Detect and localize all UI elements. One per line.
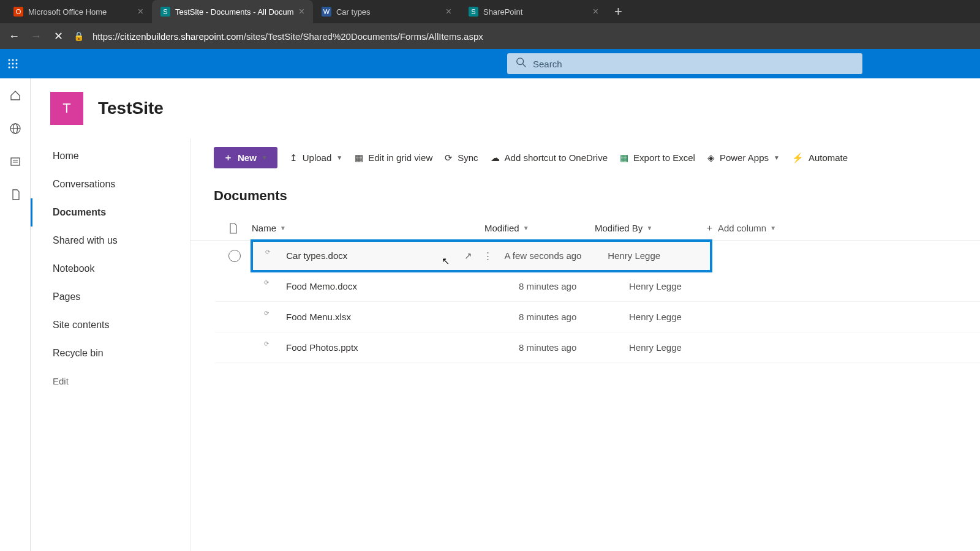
browser-tab-2[interactable]: W Car types × <box>313 0 460 23</box>
close-icon[interactable]: × <box>593 6 598 17</box>
nav-shared-with-us[interactable]: Shared with us <box>31 227 190 255</box>
svg-point-8 <box>16 67 18 69</box>
table-header-row: Name ▼ Modified ▼ Modified By ▼ ＋ <box>190 216 980 241</box>
files-icon[interactable] <box>9 189 21 203</box>
new-button[interactable]: ＋ New ▼ <box>214 147 277 168</box>
svg-point-7 <box>12 67 14 69</box>
search-box[interactable] <box>507 53 862 74</box>
globe-icon[interactable] <box>9 122 21 137</box>
svg-line-10 <box>523 64 526 67</box>
modified-cell: 8 minutes ago <box>519 312 629 322</box>
column-modified-by-label: Modified By <box>595 223 643 233</box>
chevron-down-icon: ▼ <box>336 154 342 161</box>
nav-notebook[interactable]: Notebook <box>31 255 190 283</box>
table-row[interactable]: ⟳ Food Photos.pptx 8 minutes ago Henry L… <box>215 332 980 363</box>
chevron-down-icon: ▼ <box>770 225 776 231</box>
tab-label: Car types <box>336 7 371 17</box>
browser-tab-1[interactable]: S TestSite - Documents - All Docum × <box>152 0 313 23</box>
file-name[interactable]: Food Memo.docx <box>286 281 519 291</box>
upload-button[interactable]: ↥ Upload ▼ <box>290 152 342 163</box>
nav-site-contents[interactable]: Site contents <box>31 311 190 339</box>
nav-edit-link[interactable]: Edit <box>31 367 190 395</box>
new-tab-button[interactable]: + <box>607 4 630 20</box>
svg-point-6 <box>9 67 10 69</box>
app-rail <box>0 78 31 551</box>
automate-icon: ⚡ <box>792 152 804 163</box>
nav-home[interactable]: Home <box>31 142 190 170</box>
sync-button[interactable]: ⟳ Sync <box>445 152 478 163</box>
forward-button[interactable]: → <box>29 30 43 43</box>
automate-label: Automate <box>809 152 848 163</box>
file-name-text: Food Memo.docx <box>286 281 357 291</box>
onedrive-icon: ☁ <box>491 152 500 163</box>
content-area: T TestSite Home Conversations Documents … <box>31 78 980 551</box>
more-icon[interactable]: ⋮ <box>483 250 492 261</box>
upload-icon: ↥ <box>290 152 298 163</box>
select-circle-icon <box>228 250 241 262</box>
svg-point-3 <box>9 63 10 65</box>
edit-grid-button[interactable]: ▦ Edit in grid view <box>355 152 432 163</box>
site-title[interactable]: TestSite <box>98 99 164 118</box>
office-icon: O <box>13 7 23 17</box>
column-modified[interactable]: Modified ▼ <box>484 223 595 233</box>
nav-recycle-bin[interactable]: Recycle bin <box>31 339 190 367</box>
row-select[interactable] <box>215 250 254 262</box>
url-prefix: https:// <box>92 31 120 42</box>
shortcut-label: Add shortcut to OneDrive <box>505 152 608 163</box>
nav-documents[interactable]: Documents <box>31 198 190 227</box>
file-name-text: Car types.docx <box>286 250 347 261</box>
browser-chrome: O Microsoft Office Home × S TestSite - D… <box>0 0 980 49</box>
browser-tab-0[interactable]: O Microsoft Office Home × <box>5 0 152 23</box>
shortcut-button[interactable]: ☁ Add shortcut to OneDrive <box>491 152 608 163</box>
modified-by-cell: Henry Legge <box>608 250 711 261</box>
table-rows: ⟳ Car types.docx ↗ ⋮ A few seconds ago H… <box>190 241 980 363</box>
column-name[interactable]: Name ▼ <box>252 223 484 233</box>
file-name[interactable]: Car types.docx ↗ ⋮ <box>286 250 504 261</box>
search-input[interactable] <box>533 59 854 69</box>
column-name-label: Name <box>252 223 276 233</box>
powerapps-icon: ◈ <box>707 152 715 163</box>
site-logo[interactable]: T <box>50 92 83 125</box>
home-icon[interactable] <box>9 89 21 104</box>
table-row[interactable]: ⟳ Car types.docx ↗ ⋮ A few seconds ago H… <box>252 241 711 271</box>
powerapps-button[interactable]: ◈ Power Apps ▼ <box>707 152 780 163</box>
upload-label: Upload <box>303 152 332 163</box>
close-icon[interactable]: × <box>138 6 143 17</box>
table-row[interactable]: ⟳ Food Menu.xlsx 8 minutes ago Henry Leg… <box>215 302 980 332</box>
file-name[interactable]: Food Photos.pptx <box>286 342 519 353</box>
sharepoint-icon: S <box>469 7 478 17</box>
tab-label: TestSite - Documents - All Docum <box>175 7 294 17</box>
back-button[interactable]: ← <box>7 30 21 43</box>
sharepoint-icon: S <box>160 7 170 17</box>
loading-icon: ⟳ <box>265 249 270 255</box>
add-column-label: Add column <box>718 223 766 233</box>
export-button[interactable]: ▦ Export to Excel <box>620 152 695 163</box>
file-type-icon: ⟳ <box>254 252 287 259</box>
loading-icon: ⟳ <box>264 340 269 347</box>
automate-button[interactable]: ⚡ Automate <box>792 152 848 163</box>
grid-icon: ▦ <box>355 152 363 163</box>
plus-icon: ＋ <box>224 152 233 163</box>
column-file-type[interactable] <box>215 223 252 234</box>
nav-pages[interactable]: Pages <box>31 283 190 311</box>
share-icon[interactable]: ↗ <box>464 250 472 261</box>
command-bar: ＋ New ▼ ↥ Upload ▼ ▦ Edit in grid view <box>190 138 980 177</box>
word-icon: W <box>322 7 331 17</box>
chevron-down-icon: ▼ <box>280 225 286 231</box>
news-icon[interactable] <box>9 156 21 170</box>
app-launcher-icon[interactable] <box>7 58 18 69</box>
close-icon[interactable]: × <box>446 6 451 17</box>
nav-conversations[interactable]: Conversations <box>31 170 190 198</box>
file-name[interactable]: Food Menu.xlsx <box>286 312 519 322</box>
modified-cell: 8 minutes ago <box>519 281 629 291</box>
column-modified-by[interactable]: Modified By ▼ <box>595 223 705 233</box>
add-column-button[interactable]: ＋ Add column ▼ <box>705 222 815 234</box>
edit-grid-label: Edit in grid view <box>368 152 432 163</box>
table-row[interactable]: ⟳ Food Memo.docx 8 minutes ago Henry Leg… <box>215 271 980 302</box>
browser-tab-3[interactable]: S SharePoint × <box>460 0 607 23</box>
modified-by-cell: Henry Legge <box>629 281 739 291</box>
address-url[interactable]: https://citizenbuilders.sharepoint.com/s… <box>92 31 483 42</box>
close-icon[interactable]: × <box>299 6 304 17</box>
modified-cell: 8 minutes ago <box>519 342 629 353</box>
stop-reload-button[interactable]: ✕ <box>51 29 65 43</box>
